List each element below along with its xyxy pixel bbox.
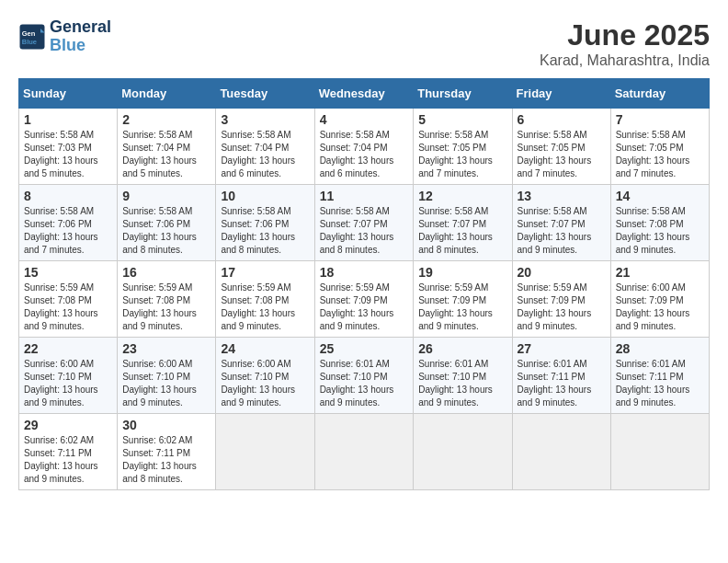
day-cell: 16Sunrise: 5:59 AM Sunset: 7:08 PM Dayli…: [118, 261, 216, 338]
day-number: 1: [24, 112, 112, 127]
day-number: 25: [320, 341, 409, 356]
day-number: 26: [418, 341, 506, 356]
day-cell: 7Sunrise: 5:58 AM Sunset: 7:05 PM Daylig…: [610, 109, 709, 185]
day-number: 17: [221, 265, 309, 280]
weekday-header-row: SundayMondayTuesdayWednesdayThursdayFrid…: [19, 79, 710, 109]
day-cell: 25Sunrise: 6:01 AM Sunset: 7:10 PM Dayli…: [314, 338, 414, 414]
day-info: Sunrise: 5:59 AM Sunset: 7:08 PM Dayligh…: [221, 282, 309, 333]
weekday-monday: Monday: [118, 79, 216, 109]
day-number: 22: [24, 341, 112, 356]
day-info: Sunrise: 5:59 AM Sunset: 7:08 PM Dayligh…: [24, 282, 112, 333]
day-info: Sunrise: 5:58 AM Sunset: 7:05 PM Dayligh…: [518, 129, 606, 180]
day-info: Sunrise: 5:58 AM Sunset: 7:05 PM Dayligh…: [418, 129, 506, 180]
day-number: 6: [518, 112, 606, 127]
day-cell: 6Sunrise: 5:58 AM Sunset: 7:05 PM Daylig…: [512, 109, 610, 185]
day-number: 5: [418, 112, 506, 127]
logo-line1: General: [50, 18, 111, 37]
day-cell: 20Sunrise: 5:59 AM Sunset: 7:09 PM Dayli…: [512, 261, 610, 338]
day-cell: 28Sunrise: 6:01 AM Sunset: 7:11 PM Dayli…: [610, 338, 709, 414]
day-cell: 8Sunrise: 5:58 AM Sunset: 7:06 PM Daylig…: [19, 185, 118, 261]
day-number: 28: [616, 341, 704, 356]
day-number: 23: [122, 341, 210, 356]
day-info: Sunrise: 6:01 AM Sunset: 7:10 PM Dayligh…: [320, 358, 409, 409]
week-row-4: 22Sunrise: 6:00 AM Sunset: 7:10 PM Dayli…: [19, 338, 710, 414]
day-number: 27: [518, 341, 606, 356]
day-info: Sunrise: 5:58 AM Sunset: 7:03 PM Dayligh…: [24, 129, 112, 180]
weekday-sunday: Sunday: [19, 79, 118, 109]
day-info: Sunrise: 6:00 AM Sunset: 7:09 PM Dayligh…: [616, 282, 704, 333]
day-info: Sunrise: 5:59 AM Sunset: 7:08 PM Dayligh…: [122, 282, 210, 333]
day-number: 7: [616, 112, 704, 127]
day-number: 30: [122, 418, 210, 432]
day-cell: 5Sunrise: 5:58 AM Sunset: 7:05 PM Daylig…: [414, 109, 512, 185]
day-number: 11: [320, 189, 409, 203]
day-info: Sunrise: 5:58 AM Sunset: 7:04 PM Dayligh…: [320, 129, 409, 180]
day-info: Sunrise: 5:59 AM Sunset: 7:09 PM Dayligh…: [418, 282, 506, 333]
day-info: Sunrise: 6:01 AM Sunset: 7:10 PM Dayligh…: [418, 358, 506, 409]
day-cell: [610, 414, 709, 490]
day-cell: 13Sunrise: 5:58 AM Sunset: 7:07 PM Dayli…: [512, 185, 610, 261]
day-cell: 23Sunrise: 6:00 AM Sunset: 7:10 PM Dayli…: [118, 338, 216, 414]
svg-text:Blue: Blue: [22, 37, 37, 45]
title-area: June 2025 Karad, Maharashtra, India: [540, 18, 710, 69]
day-cell: [314, 414, 414, 490]
day-cell: 18Sunrise: 5:59 AM Sunset: 7:09 PM Dayli…: [314, 261, 414, 338]
month-title: June 2025: [540, 18, 710, 52]
day-number: 13: [518, 189, 606, 203]
logo-icon: Gen Blue: [18, 23, 46, 51]
calendar-table: SundayMondayTuesdayWednesdayThursdayFrid…: [18, 78, 710, 490]
day-info: Sunrise: 5:58 AM Sunset: 7:06 PM Dayligh…: [122, 205, 210, 257]
day-cell: 21Sunrise: 6:00 AM Sunset: 7:09 PM Dayli…: [610, 261, 709, 338]
day-info: Sunrise: 6:02 AM Sunset: 7:11 PM Dayligh…: [24, 434, 112, 486]
day-number: 4: [320, 112, 409, 127]
week-row-3: 15Sunrise: 5:59 AM Sunset: 7:08 PM Dayli…: [19, 261, 710, 338]
logo-line2: Blue: [50, 37, 111, 55]
location-title: Karad, Maharashtra, India: [540, 52, 710, 69]
day-number: 8: [24, 189, 112, 203]
day-info: Sunrise: 6:01 AM Sunset: 7:11 PM Dayligh…: [616, 358, 704, 409]
day-cell: 26Sunrise: 6:01 AM Sunset: 7:10 PM Dayli…: [414, 338, 512, 414]
day-cell: 15Sunrise: 5:59 AM Sunset: 7:08 PM Dayli…: [19, 261, 118, 338]
day-cell: [414, 414, 512, 490]
day-number: 3: [221, 112, 309, 127]
day-cell: [512, 414, 610, 490]
day-cell: 3Sunrise: 5:58 AM Sunset: 7:04 PM Daylig…: [216, 109, 314, 185]
day-number: 2: [122, 112, 210, 127]
day-number: 15: [24, 265, 112, 280]
day-cell: 30Sunrise: 6:02 AM Sunset: 7:11 PM Dayli…: [118, 414, 216, 490]
day-number: 10: [221, 189, 309, 203]
day-number: 29: [24, 418, 112, 432]
day-number: 21: [616, 265, 704, 280]
day-cell: 22Sunrise: 6:00 AM Sunset: 7:10 PM Dayli…: [19, 338, 118, 414]
day-cell: 24Sunrise: 6:00 AM Sunset: 7:10 PM Dayli…: [216, 338, 314, 414]
day-info: Sunrise: 6:01 AM Sunset: 7:11 PM Dayligh…: [518, 358, 606, 409]
day-info: Sunrise: 5:59 AM Sunset: 7:09 PM Dayligh…: [518, 282, 606, 333]
day-info: Sunrise: 6:02 AM Sunset: 7:11 PM Dayligh…: [122, 434, 210, 486]
weekday-tuesday: Tuesday: [216, 79, 314, 109]
calendar-body: 1Sunrise: 5:58 AM Sunset: 7:03 PM Daylig…: [19, 109, 710, 490]
day-info: Sunrise: 5:58 AM Sunset: 7:06 PM Dayligh…: [24, 205, 112, 257]
day-cell: 2Sunrise: 5:58 AM Sunset: 7:04 PM Daylig…: [118, 109, 216, 185]
weekday-saturday: Saturday: [610, 79, 709, 109]
day-info: Sunrise: 5:58 AM Sunset: 7:04 PM Dayligh…: [122, 129, 210, 180]
logo: Gen Blue General Blue: [18, 18, 111, 55]
day-cell: 29Sunrise: 6:02 AM Sunset: 7:11 PM Dayli…: [19, 414, 118, 490]
day-info: Sunrise: 6:00 AM Sunset: 7:10 PM Dayligh…: [122, 358, 210, 409]
week-row-2: 8Sunrise: 5:58 AM Sunset: 7:06 PM Daylig…: [19, 185, 710, 261]
day-info: Sunrise: 5:58 AM Sunset: 7:08 PM Dayligh…: [616, 205, 704, 257]
day-info: Sunrise: 5:59 AM Sunset: 7:09 PM Dayligh…: [320, 282, 409, 333]
day-number: 20: [518, 265, 606, 280]
day-cell: 12Sunrise: 5:58 AM Sunset: 7:07 PM Dayli…: [414, 185, 512, 261]
day-cell: 14Sunrise: 5:58 AM Sunset: 7:08 PM Dayli…: [610, 185, 709, 261]
day-number: 9: [122, 189, 210, 203]
day-info: Sunrise: 6:00 AM Sunset: 7:10 PM Dayligh…: [221, 358, 309, 409]
day-info: Sunrise: 5:58 AM Sunset: 7:07 PM Dayligh…: [518, 205, 606, 257]
week-row-5: 29Sunrise: 6:02 AM Sunset: 7:11 PM Dayli…: [19, 414, 710, 490]
day-cell: 4Sunrise: 5:58 AM Sunset: 7:04 PM Daylig…: [314, 109, 414, 185]
day-number: 24: [221, 341, 309, 356]
day-info: Sunrise: 5:58 AM Sunset: 7:04 PM Dayligh…: [221, 129, 309, 180]
header: Gen Blue General Blue June 2025 Karad, M…: [18, 18, 710, 69]
weekday-thursday: Thursday: [414, 79, 512, 109]
week-row-1: 1Sunrise: 5:58 AM Sunset: 7:03 PM Daylig…: [19, 109, 710, 185]
day-info: Sunrise: 5:58 AM Sunset: 7:07 PM Dayligh…: [418, 205, 506, 257]
